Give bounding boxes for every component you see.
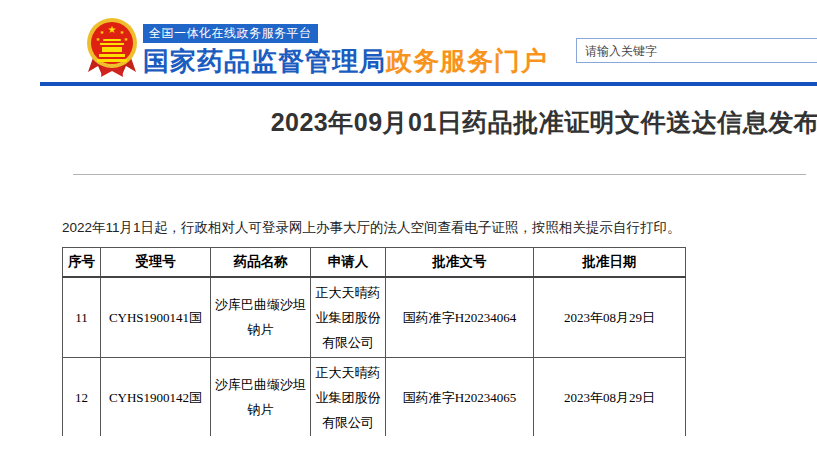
site-title: 国家药品监督管理局政务服务门户 xyxy=(143,44,548,79)
cell-approval-no: 国药准字H20234064 xyxy=(386,277,534,358)
svg-text:★: ★ xyxy=(100,29,105,35)
col-header-no: 序号 xyxy=(63,248,101,277)
cell-drug-name: 沙库巴曲缬沙坦钠片 xyxy=(211,277,311,358)
site-name-primary: 国家药品监督管理局 xyxy=(143,46,386,76)
cell-approval-date: 2023年08月29日 xyxy=(534,277,686,358)
header-divider xyxy=(40,82,817,86)
notice-text: 2022年11月1日起，行政相对人可登录网上办事大厅的法人空间查看电子证照，按照… xyxy=(62,219,762,237)
table-header-row: 序号 受理号 药品名称 申请人 批准文号 批准日期 xyxy=(63,248,686,277)
approval-table-container: 序号 受理号 药品名称 申请人 批准文号 批准日期 11 CYHS1900141… xyxy=(62,247,687,436)
col-header-approval-date: 批准日期 xyxy=(534,248,686,277)
cell-approval-date: 2023年08月29日 xyxy=(534,357,686,436)
col-header-applicant: 申请人 xyxy=(311,248,386,277)
platform-badge: 全国一体化在线政务服务平台 xyxy=(143,24,318,43)
cell-drug-name: 沙库巴曲缬沙坦钠片 xyxy=(211,357,311,436)
cell-applicant: 正大天晴药业集团股份有限公司 xyxy=(311,277,386,358)
search-input[interactable] xyxy=(576,38,817,63)
site-name-secondary: 政务服务门户 xyxy=(386,46,548,76)
approval-table: 序号 受理号 药品名称 申请人 批准文号 批准日期 11 CYHS1900141… xyxy=(62,247,686,436)
cell-no: 11 xyxy=(63,277,101,358)
cell-acceptance-no: CYHS1900142国 xyxy=(101,357,211,436)
table-row: 11 CYHS1900141国 沙库巴曲缬沙坦钠片 正大天晴药业集团股份有限公司… xyxy=(63,277,686,358)
svg-text:★: ★ xyxy=(124,36,129,42)
national-emblem-icon: ★ ★ ★ ★ ★ xyxy=(86,16,138,79)
col-header-approval-no: 批准文号 xyxy=(386,248,534,277)
page-title: 2023年09月01日药品批准证明文件送达信息发布 xyxy=(250,106,817,139)
col-header-drug-name: 药品名称 xyxy=(211,248,311,277)
svg-text:★: ★ xyxy=(96,36,101,42)
svg-text:★: ★ xyxy=(120,29,125,35)
col-header-acceptance-no: 受理号 xyxy=(101,248,211,277)
cell-applicant: 正大天晴药业集团股份有限公司 xyxy=(311,357,386,436)
cell-approval-no: 国药准字H20234065 xyxy=(386,357,534,436)
cell-no: 12 xyxy=(63,357,101,436)
cell-acceptance-no: CYHS1900141国 xyxy=(101,277,211,358)
svg-text:★: ★ xyxy=(108,24,117,35)
table-row: 12 CYHS1900142国 沙库巴曲缬沙坦钠片 正大天晴药业集团股份有限公司… xyxy=(63,357,686,436)
title-divider xyxy=(73,174,806,175)
